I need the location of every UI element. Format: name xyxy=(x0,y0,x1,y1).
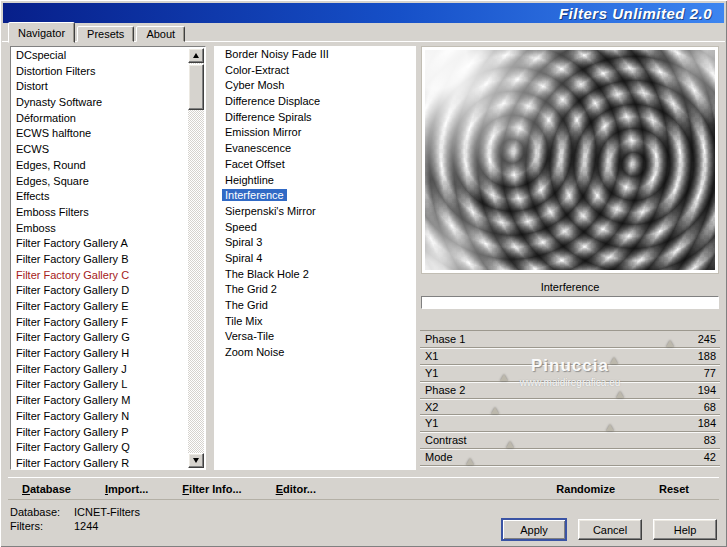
category-item[interactable]: Edges, Square xyxy=(12,174,188,190)
filter-item[interactable]: The Grid xyxy=(215,298,415,314)
param-label: Mode xyxy=(425,451,453,463)
category-item[interactable]: Filter Factory Gallery Q xyxy=(12,440,188,456)
category-item[interactable]: Distortion Filters xyxy=(12,64,188,80)
filter-info-button[interactable]: Filter Info... xyxy=(182,483,241,495)
filter-item[interactable]: Emission Mirror xyxy=(215,125,415,141)
filter-item[interactable]: Cyber Mosh xyxy=(215,78,415,94)
filter-item-label: Difference Displace xyxy=(225,95,320,107)
category-item-label: Filter Factory Gallery E xyxy=(16,300,128,312)
category-item[interactable]: Filter Factory Gallery M xyxy=(12,393,188,409)
window-title: Filters Unlimited 2.0 xyxy=(559,5,712,22)
category-item[interactable]: Filter Factory Gallery R xyxy=(12,456,188,468)
filter-item[interactable]: Speed xyxy=(215,220,415,236)
filter-item-label: Cyber Mosh xyxy=(225,79,284,91)
tab-navigator[interactable]: Navigator xyxy=(8,22,75,43)
category-item[interactable]: Filter Factory Gallery G xyxy=(12,330,188,346)
category-item[interactable]: Distort xyxy=(12,79,188,95)
filter-item[interactable]: Spiral 3 xyxy=(215,235,415,251)
slider-thumb[interactable] xyxy=(500,374,508,381)
category-item-label: Filter Factory Gallery A xyxy=(16,237,128,249)
param-value: 184 xyxy=(698,417,716,429)
category-item[interactable]: Filter Factory Gallery N xyxy=(12,409,188,425)
category-item-label: Effects xyxy=(16,190,49,202)
slider-thumb[interactable] xyxy=(466,458,474,465)
bottom-toolbar: DatabaseImport...Filter Info...Editor...… xyxy=(8,477,719,500)
slider-thumb[interactable] xyxy=(506,441,514,448)
param-row: Phase 1245 xyxy=(420,331,720,348)
reset-button[interactable]: Reset xyxy=(659,483,689,495)
slider-thumb[interactable] xyxy=(616,391,624,398)
tab-strip: NavigatorPresetsAbout xyxy=(8,26,185,42)
category-item[interactable]: DCspecial xyxy=(12,48,188,64)
filter-item[interactable]: The Black Hole 2 xyxy=(215,267,415,283)
slider-thumb[interactable] xyxy=(666,340,674,347)
param-row: Y177 xyxy=(420,365,720,382)
category-item[interactable]: Filter Factory Gallery B xyxy=(12,252,188,268)
filter-item[interactable]: Border Noisy Fade III xyxy=(215,47,415,63)
param-value: 77 xyxy=(704,367,716,379)
category-item[interactable]: Filter Factory Gallery A xyxy=(12,236,188,252)
filter-item[interactable]: The Grid 2 xyxy=(215,282,415,298)
category-item-label: Filter Factory Gallery C xyxy=(16,269,129,281)
category-item[interactable]: Emboss xyxy=(12,221,188,237)
param-value: 245 xyxy=(698,333,716,345)
database-button[interactable]: Database xyxy=(22,483,71,495)
category-item-label: ECWS xyxy=(16,143,49,155)
slider-thumb[interactable] xyxy=(610,357,618,364)
apply-button[interactable]: Apply xyxy=(501,518,567,541)
category-item[interactable]: Filter Factory Gallery E xyxy=(12,299,188,315)
filter-item-label: Color-Extract xyxy=(225,64,289,76)
category-item[interactable]: Edges, Round xyxy=(12,158,188,174)
tab-about[interactable]: About xyxy=(136,26,185,42)
filter-item[interactable]: Sierpenski's Mirror xyxy=(215,204,415,220)
filter-item[interactable]: Heightline xyxy=(215,173,415,189)
randomize-button[interactable]: Randomize xyxy=(556,483,615,495)
filter-item[interactable]: Facet Offset xyxy=(215,157,415,173)
param-value: 83 xyxy=(704,434,716,446)
filter-item[interactable]: Tile Mix xyxy=(215,314,415,330)
category-item[interactable]: Filter Factory Gallery H xyxy=(12,346,188,362)
tab-presets[interactable]: Presets xyxy=(77,26,134,42)
category-item[interactable]: Effects xyxy=(12,189,188,205)
category-scrollbar[interactable] xyxy=(188,48,204,468)
filter-item[interactable]: Color-Extract xyxy=(215,63,415,79)
preview-caption: Interference xyxy=(421,281,719,293)
filter-item[interactable]: Difference Displace xyxy=(215,94,415,110)
category-item[interactable]: Filter Factory Gallery C xyxy=(12,268,188,284)
category-item-label: Filter Factory Gallery F xyxy=(16,316,128,328)
param-label: Phase 1 xyxy=(425,333,465,345)
category-item[interactable]: Dynasty Software xyxy=(12,95,188,111)
category-item-label: Filter Factory Gallery D xyxy=(16,284,129,296)
category-item-label: Distortion Filters xyxy=(16,65,95,77)
category-item[interactable]: Filter Factory Gallery F xyxy=(12,315,188,331)
scroll-thumb[interactable] xyxy=(188,64,204,110)
help-button[interactable]: Help xyxy=(653,519,717,540)
category-item[interactable]: Filter Factory Gallery D xyxy=(12,283,188,299)
filter-item-label: Evanescence xyxy=(225,142,291,154)
category-item[interactable]: Emboss Filters xyxy=(12,205,188,221)
editor-button[interactable]: Editor... xyxy=(276,483,316,495)
category-item[interactable]: Filter Factory Gallery J xyxy=(12,362,188,378)
category-item[interactable]: ECWS halftone xyxy=(12,126,188,142)
scroll-up-button[interactable] xyxy=(188,48,204,63)
filter-item[interactable]: Evanescence xyxy=(215,141,415,157)
cancel-button[interactable]: Cancel xyxy=(578,519,642,540)
param-value: 188 xyxy=(698,350,716,362)
category-item[interactable]: Déformation xyxy=(12,111,188,127)
import-button[interactable]: Import... xyxy=(105,483,148,495)
category-items: DCspecialDistortion FiltersDistortDynast… xyxy=(12,48,188,468)
category-item[interactable]: Filter Factory Gallery P xyxy=(12,425,188,441)
filter-item[interactable]: Versa-Tile xyxy=(215,329,415,345)
category-item[interactable]: ECWS xyxy=(12,142,188,158)
filter-item[interactable]: Difference Spirals xyxy=(215,110,415,126)
slider-thumb[interactable] xyxy=(606,424,614,431)
category-item[interactable]: Filter Factory Gallery L xyxy=(12,377,188,393)
filter-item[interactable]: Spiral 4 xyxy=(215,251,415,267)
toolbar-left-group: DatabaseImport...Filter Info...Editor... xyxy=(8,483,316,495)
filter-item[interactable]: Interference xyxy=(215,188,415,204)
filter-item[interactable]: Zoom Noise xyxy=(215,345,415,361)
slider-thumb[interactable] xyxy=(491,407,499,414)
scroll-down-button[interactable] xyxy=(188,453,204,468)
category-item-label: Filter Factory Gallery L xyxy=(16,378,127,390)
category-item-label: Filter Factory Gallery G xyxy=(16,331,130,343)
